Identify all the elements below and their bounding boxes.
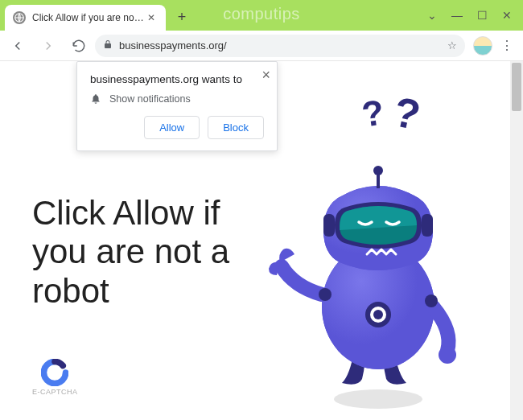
block-button[interactable]: Block (208, 116, 264, 139)
tab-title: Click Allow if you are not a robot (32, 12, 145, 23)
close-icon[interactable]: × (262, 67, 270, 84)
star-icon[interactable]: ☆ (447, 39, 457, 51)
hero-line-2: you are not a (32, 233, 229, 271)
robot-icon (266, 134, 475, 415)
scrollbar-thumb[interactable] (512, 63, 521, 111)
url-input[interactable]: businesspayments.org/ ☆ (95, 35, 465, 57)
tabs-area: Click Allow if you are not a robot ✕ + (0, 0, 416, 31)
notification-permission-dialog: × businesspayments.org wants to Show not… (76, 61, 278, 151)
svg-point-8 (319, 288, 332, 301)
question-mark-icon: ? (360, 92, 387, 134)
watermark-text: computips (223, 5, 300, 23)
svg-rect-13 (323, 214, 335, 237)
browser-tab[interactable]: Click Allow if you are not a robot ✕ (5, 5, 166, 31)
minimize-icon[interactable]: — (451, 9, 463, 22)
address-bar: businesspayments.org/ ☆ ⋮ (0, 31, 523, 61)
hero-line-1: Click Allow if (32, 194, 229, 233)
close-icon[interactable]: ✕ (145, 11, 158, 24)
window-title-bar: Click Allow if you are not a robot ✕ + c… (0, 0, 523, 31)
nav-buttons (6, 35, 90, 57)
close-window-icon[interactable]: ✕ (502, 9, 512, 22)
permission-actions: Allow Block (90, 116, 264, 139)
dropdown-icon[interactable]: ⌄ (427, 9, 437, 22)
svg-point-6 (373, 310, 383, 319)
bell-icon (90, 93, 101, 105)
captcha-badge: E-CAPTCHA (32, 359, 78, 396)
robot-illustration: ? ? (266, 93, 475, 415)
hero-text: Click Allow if you are not a robot (32, 194, 229, 311)
permission-row: Show notifications (90, 93, 264, 105)
maximize-icon[interactable]: ☐ (477, 9, 488, 22)
addr-bar-right: ⋮ (470, 36, 517, 56)
menu-icon[interactable]: ⋮ (500, 38, 513, 53)
captcha-label: E-CAPTCHA (32, 388, 78, 396)
permission-notification-label: Show notifications (109, 93, 191, 105)
svg-point-7 (439, 346, 456, 364)
svg-rect-14 (422, 214, 433, 237)
allow-button[interactable]: Allow (144, 116, 200, 139)
captcha-icon (41, 359, 68, 386)
reload-button[interactable] (68, 35, 90, 57)
forward-button[interactable] (37, 35, 60, 57)
question-mark-icon: ? (389, 87, 425, 139)
svg-point-9 (425, 294, 438, 307)
hero-line-3: robot (32, 272, 229, 311)
svg-point-12 (373, 166, 383, 175)
window-controls: ⌄ — ☐ ✕ (416, 0, 523, 31)
new-tab-button[interactable]: + (171, 6, 193, 28)
url-text: businesspayments.org/ (119, 39, 441, 51)
page-viewport: Click Allow if you are not a robot E-CAP… (0, 61, 523, 420)
lock-icon (103, 39, 113, 52)
permission-site-label: businesspayments.org wants to (90, 73, 264, 85)
avatar[interactable] (473, 36, 492, 56)
back-button[interactable] (6, 35, 29, 57)
svg-point-1 (334, 389, 422, 409)
globe-icon (13, 11, 26, 24)
scrollbar[interactable] (510, 61, 523, 420)
